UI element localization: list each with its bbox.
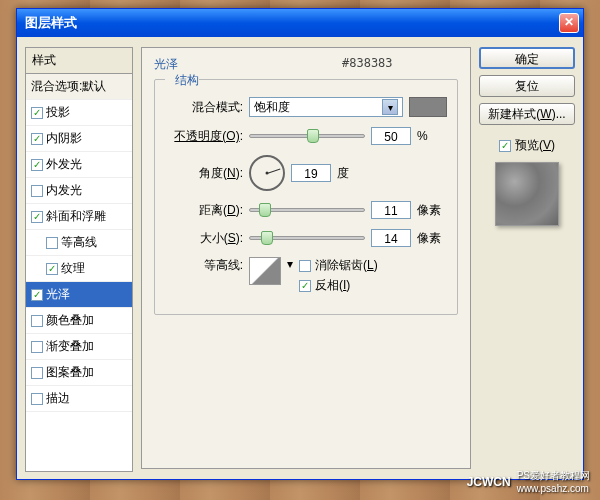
structure-label: 结构 [165,72,199,89]
contour-arrow-icon[interactable]: ▾ [287,257,293,271]
style-checkbox[interactable] [31,315,43,327]
angle-dial[interactable] [249,155,285,191]
style-label: 内发光 [46,182,82,199]
style-row[interactable]: ✓内阴影 [26,126,132,152]
ok-button[interactable]: 确定 [479,47,575,69]
preview-thumbnail [495,162,559,226]
preview-section: ✓ 预览(V) [479,137,575,226]
distance-value[interactable]: 11 [371,201,411,219]
contour-picker[interactable] [249,257,281,285]
opacity-value[interactable]: 50 [371,127,411,145]
style-label: 光泽 [46,286,70,303]
color-hex: #838383 [342,56,393,70]
style-label: 等高线 [61,234,97,251]
style-label: 投影 [46,104,70,121]
style-row[interactable]: 渐变叠加 [26,334,132,360]
opacity-row: 不透明度(O): 50 % [165,127,447,145]
style-checkbox[interactable]: ✓ [46,263,58,275]
layer-style-dialog: 图层样式 ✕ 样式 混合选项:默认 ✓投影✓内阴影✓外发光内发光✓斜面和浮雕等高… [16,8,584,480]
style-checkbox[interactable] [46,237,58,249]
style-row[interactable]: ✓投影 [26,100,132,126]
buttons-panel: 确定 复位 新建样式(W)... ✓ 预览(V) [479,47,575,469]
invert-row: ✓ 反相(I) [299,277,378,294]
style-row[interactable]: 描边 [26,386,132,412]
style-checkbox[interactable]: ✓ [31,159,43,171]
contour-label: 等高线: [165,257,243,274]
contour-row: 等高线: ▾ 消除锯齿(L) ✓ 反相(I) [165,257,447,294]
style-row[interactable]: 图案叠加 [26,360,132,386]
distance-label: 距离(D): [165,202,243,219]
watermark: JCWCN PS爱好者教程网 www.psahz.com [467,469,590,494]
new-style-button[interactable]: 新建样式(W)... [479,103,575,125]
style-row[interactable]: ✓斜面和浮雕 [26,204,132,230]
style-row[interactable]: 等高线 [26,230,132,256]
distance-row: 距离(D): 11 像素 [165,201,447,219]
styles-header[interactable]: 样式 [25,47,133,74]
style-row[interactable]: 颜色叠加 [26,308,132,334]
opacity-label: 不透明度(O): [165,128,243,145]
style-row[interactable]: ✓纹理 [26,256,132,282]
blend-mode-label: 混合模式: [165,99,243,116]
cancel-button[interactable]: 复位 [479,75,575,97]
angle-label: 角度(N): [165,165,243,182]
style-checkbox[interactable]: ✓ [31,289,43,301]
size-label: 大小(S): [165,230,243,247]
style-label: 颜色叠加 [46,312,94,329]
style-row[interactable]: 内发光 [26,178,132,204]
titlebar[interactable]: 图层样式 ✕ [17,9,583,37]
section-title: 光泽 [154,56,458,73]
style-checkbox[interactable] [31,341,43,353]
chevron-down-icon: ▾ [382,99,398,115]
style-label: 图案叠加 [46,364,94,381]
style-checkbox[interactable]: ✓ [31,133,43,145]
opacity-slider[interactable] [249,134,365,138]
angle-value[interactable]: 19 [291,164,331,182]
style-label: 斜面和浮雕 [46,208,106,225]
structure-fieldset: 结构 混合模式: 饱和度 ▾ 不透明度(O): 50 % 角度(N) [154,79,458,315]
style-checkbox[interactable] [31,367,43,379]
invert-checkbox[interactable]: ✓ [299,280,311,292]
dialog-title: 图层样式 [21,14,559,32]
blend-options-row[interactable]: 混合选项:默认 [26,74,132,100]
antialias-checkbox[interactable] [299,260,311,272]
angle-row: 角度(N): 19 度 [165,155,447,191]
styles-panel: 样式 混合选项:默认 ✓投影✓内阴影✓外发光内发光✓斜面和浮雕等高线✓纹理✓光泽… [25,47,133,469]
style-label: 纹理 [61,260,85,277]
settings-panel: 光泽 #838383 结构 混合模式: 饱和度 ▾ 不透明度(O): 50 [141,47,471,469]
antialias-row: 消除锯齿(L) [299,257,378,274]
style-checkbox[interactable] [31,185,43,197]
dialog-body: 样式 混合选项:默认 ✓投影✓内阴影✓外发光内发光✓斜面和浮雕等高线✓纹理✓光泽… [17,37,583,479]
style-label: 内阴影 [46,130,82,147]
blend-mode-combo[interactable]: 饱和度 ▾ [249,97,403,117]
distance-slider[interactable] [249,208,365,212]
style-checkbox[interactable] [31,393,43,405]
style-row[interactable]: ✓外发光 [26,152,132,178]
style-row[interactable]: ✓光泽 [26,282,132,308]
close-button[interactable]: ✕ [559,13,579,33]
style-label: 描边 [46,390,70,407]
style-label: 外发光 [46,156,82,173]
preview-checkbox-row: ✓ 预览(V) [479,137,575,154]
styles-list: 混合选项:默认 ✓投影✓内阴影✓外发光内发光✓斜面和浮雕等高线✓纹理✓光泽颜色叠… [25,74,133,472]
style-checkbox[interactable]: ✓ [31,107,43,119]
color-swatch[interactable] [409,97,447,117]
size-row: 大小(S): 14 像素 [165,229,447,247]
style-checkbox[interactable]: ✓ [31,211,43,223]
size-slider[interactable] [249,236,365,240]
size-value[interactable]: 14 [371,229,411,247]
blend-mode-row: 混合模式: 饱和度 ▾ [165,97,447,117]
preview-checkbox[interactable]: ✓ [499,140,511,152]
style-label: 渐变叠加 [46,338,94,355]
